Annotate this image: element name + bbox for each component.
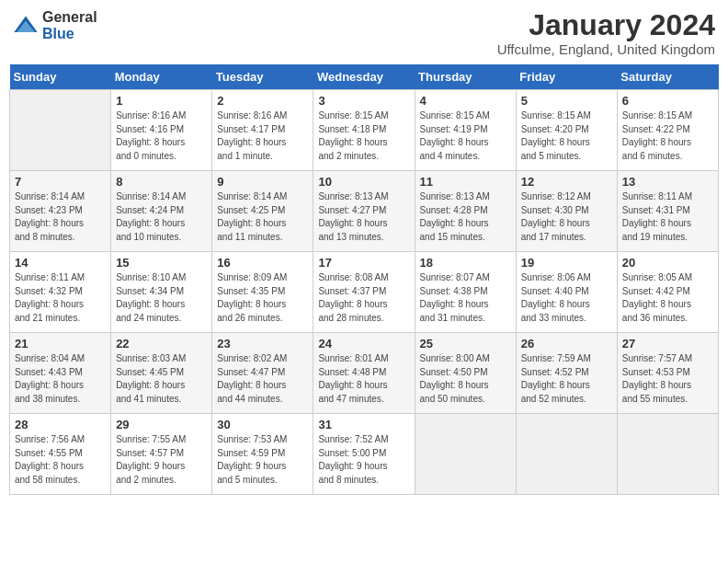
day-info: Sunrise: 8:16 AMSunset: 4:16 PMDaylight:…	[116, 109, 207, 163]
day-number: 26	[521, 337, 612, 350]
day-number: 10	[318, 175, 409, 189]
calendar-cell: 1Sunrise: 8:16 AMSunset: 4:16 PMDaylight…	[111, 90, 212, 171]
day-header-friday: Friday	[516, 64, 617, 90]
day-info: Sunrise: 8:00 AMSunset: 4:50 PMDaylight:…	[420, 352, 511, 406]
calendar-cell: 2Sunrise: 8:16 AMSunset: 4:17 PMDaylight…	[212, 90, 313, 171]
day-header-saturday: Saturday	[617, 64, 718, 90]
calendar-cell: 6Sunrise: 8:15 AMSunset: 4:22 PMDaylight…	[617, 90, 718, 171]
day-header-tuesday: Tuesday	[212, 64, 313, 90]
day-number: 14	[15, 256, 106, 270]
day-header-wednesday: Wednesday	[313, 64, 415, 90]
calendar-cell: 16Sunrise: 8:09 AMSunset: 4:35 PMDayligh…	[212, 252, 313, 333]
calendar-cell: 9Sunrise: 8:14 AMSunset: 4:25 PMDaylight…	[212, 171, 313, 252]
day-number: 18	[420, 256, 511, 270]
calendar-cell: 22Sunrise: 8:03 AMSunset: 4:45 PMDayligh…	[111, 333, 212, 414]
calendar-cell	[617, 414, 718, 495]
day-info: Sunrise: 8:11 AMSunset: 4:32 PMDaylight:…	[15, 271, 106, 325]
day-info: Sunrise: 8:12 AMSunset: 4:30 PMDaylight:…	[521, 190, 612, 244]
day-info: Sunrise: 8:10 AMSunset: 4:34 PMDaylight:…	[116, 271, 207, 325]
day-number: 13	[622, 175, 713, 189]
day-info: Sunrise: 8:15 AMSunset: 4:19 PMDaylight:…	[420, 109, 511, 163]
day-info: Sunrise: 8:09 AMSunset: 4:35 PMDaylight:…	[217, 271, 308, 325]
calendar-cell: 12Sunrise: 8:12 AMSunset: 4:30 PMDayligh…	[516, 171, 617, 252]
day-number: 5	[521, 94, 612, 108]
calendar-cell: 23Sunrise: 8:02 AMSunset: 4:47 PMDayligh…	[212, 333, 313, 414]
day-info: Sunrise: 8:05 AMSunset: 4:42 PMDaylight:…	[622, 271, 713, 325]
logo-blue: Blue	[42, 26, 97, 42]
day-info: Sunrise: 8:13 AMSunset: 4:27 PMDaylight:…	[318, 190, 409, 244]
calendar-cell: 13Sunrise: 8:11 AMSunset: 4:31 PMDayligh…	[617, 171, 718, 252]
day-info: Sunrise: 8:11 AMSunset: 4:31 PMDaylight:…	[622, 190, 713, 244]
day-number: 11	[420, 175, 511, 189]
calendar-cell: 20Sunrise: 8:05 AMSunset: 4:42 PMDayligh…	[617, 252, 718, 333]
day-number: 3	[318, 94, 409, 108]
logo: General Blue	[13, 9, 97, 41]
day-number: 29	[116, 418, 207, 431]
title-block: January 2024 Uffculme, England, United K…	[497, 9, 715, 57]
day-number: 20	[622, 256, 713, 270]
day-number: 4	[420, 94, 511, 108]
day-number: 23	[217, 337, 308, 350]
day-number: 17	[318, 256, 409, 270]
calendar-cell: 28Sunrise: 7:56 AMSunset: 4:55 PMDayligh…	[10, 414, 111, 495]
calendar-week-1: 1Sunrise: 8:16 AMSunset: 4:16 PMDaylight…	[10, 90, 719, 171]
calendar-cell: 19Sunrise: 8:06 AMSunset: 4:40 PMDayligh…	[516, 252, 617, 333]
logo-icon	[13, 13, 39, 39]
day-number: 12	[521, 175, 612, 189]
day-info: Sunrise: 8:02 AMSunset: 4:47 PMDaylight:…	[217, 352, 308, 406]
day-info: Sunrise: 8:14 AMSunset: 4:24 PMDaylight:…	[116, 190, 207, 244]
day-info: Sunrise: 8:15 AMSunset: 4:20 PMDaylight:…	[521, 109, 612, 163]
day-info: Sunrise: 8:06 AMSunset: 4:40 PMDaylight:…	[521, 271, 612, 325]
calendar-cell: 26Sunrise: 7:59 AMSunset: 4:52 PMDayligh…	[516, 333, 617, 414]
calendar-cell	[415, 414, 516, 495]
calendar-cell: 30Sunrise: 7:53 AMSunset: 4:59 PMDayligh…	[212, 414, 313, 495]
logo-text: General Blue	[42, 9, 97, 41]
calendar-cell	[516, 414, 617, 495]
day-number: 21	[15, 337, 106, 350]
day-info: Sunrise: 7:53 AMSunset: 4:59 PMDaylight:…	[217, 433, 308, 487]
day-info: Sunrise: 7:56 AMSunset: 4:55 PMDaylight:…	[15, 433, 106, 487]
calendar-week-5: 28Sunrise: 7:56 AMSunset: 4:55 PMDayligh…	[10, 414, 719, 495]
day-number: 8	[116, 175, 207, 189]
calendar-cell: 10Sunrise: 8:13 AMSunset: 4:27 PMDayligh…	[313, 171, 415, 252]
day-info: Sunrise: 8:14 AMSunset: 4:25 PMDaylight:…	[217, 190, 308, 244]
location-title: Uffculme, England, United Kingdom	[497, 41, 715, 57]
day-info: Sunrise: 8:14 AMSunset: 4:23 PMDaylight:…	[15, 190, 106, 244]
calendar-cell: 24Sunrise: 8:01 AMSunset: 4:48 PMDayligh…	[313, 333, 415, 414]
day-number: 6	[622, 94, 713, 108]
calendar-week-3: 14Sunrise: 8:11 AMSunset: 4:32 PMDayligh…	[10, 252, 719, 333]
day-number: 27	[622, 337, 713, 350]
calendar-cell: 14Sunrise: 8:11 AMSunset: 4:32 PMDayligh…	[10, 252, 111, 333]
day-number: 1	[116, 94, 207, 108]
calendar-cell: 5Sunrise: 8:15 AMSunset: 4:20 PMDaylight…	[516, 90, 617, 171]
day-header-monday: Monday	[111, 64, 212, 90]
day-info: Sunrise: 8:13 AMSunset: 4:28 PMDaylight:…	[420, 190, 511, 244]
day-info: Sunrise: 8:15 AMSunset: 4:18 PMDaylight:…	[318, 109, 409, 163]
calendar-cell: 7Sunrise: 8:14 AMSunset: 4:23 PMDaylight…	[10, 171, 111, 252]
day-info: Sunrise: 8:04 AMSunset: 4:43 PMDaylight:…	[15, 352, 106, 406]
day-number: 15	[116, 256, 207, 270]
calendar-cell: 17Sunrise: 8:08 AMSunset: 4:37 PMDayligh…	[313, 252, 415, 333]
calendar-cell: 25Sunrise: 8:00 AMSunset: 4:50 PMDayligh…	[415, 333, 516, 414]
calendar-week-4: 21Sunrise: 8:04 AMSunset: 4:43 PMDayligh…	[10, 333, 719, 414]
day-number: 24	[318, 337, 409, 350]
day-info: Sunrise: 7:57 AMSunset: 4:53 PMDaylight:…	[622, 352, 713, 406]
day-number: 19	[521, 256, 612, 270]
day-header-thursday: Thursday	[415, 64, 516, 90]
day-info: Sunrise: 8:07 AMSunset: 4:38 PMDaylight:…	[420, 271, 511, 325]
calendar-header-row: SundayMondayTuesdayWednesdayThursdayFrid…	[10, 64, 719, 90]
calendar-cell: 18Sunrise: 8:07 AMSunset: 4:38 PMDayligh…	[415, 252, 516, 333]
calendar-cell: 29Sunrise: 7:55 AMSunset: 4:57 PMDayligh…	[111, 414, 212, 495]
calendar-cell: 27Sunrise: 7:57 AMSunset: 4:53 PMDayligh…	[617, 333, 718, 414]
calendar-cell: 8Sunrise: 8:14 AMSunset: 4:24 PMDaylight…	[111, 171, 212, 252]
calendar-cell: 15Sunrise: 8:10 AMSunset: 4:34 PMDayligh…	[111, 252, 212, 333]
logo-general: General	[42, 9, 97, 26]
day-info: Sunrise: 8:16 AMSunset: 4:17 PMDaylight:…	[217, 109, 308, 163]
calendar-cell: 11Sunrise: 8:13 AMSunset: 4:28 PMDayligh…	[415, 171, 516, 252]
calendar-cell: 31Sunrise: 7:52 AMSunset: 5:00 PMDayligh…	[313, 414, 415, 495]
day-number: 30	[217, 418, 308, 431]
calendar-week-2: 7Sunrise: 8:14 AMSunset: 4:23 PMDaylight…	[10, 171, 719, 252]
day-number: 16	[217, 256, 308, 270]
calendar-cell: 21Sunrise: 8:04 AMSunset: 4:43 PMDayligh…	[10, 333, 111, 414]
day-header-sunday: Sunday	[10, 64, 111, 90]
